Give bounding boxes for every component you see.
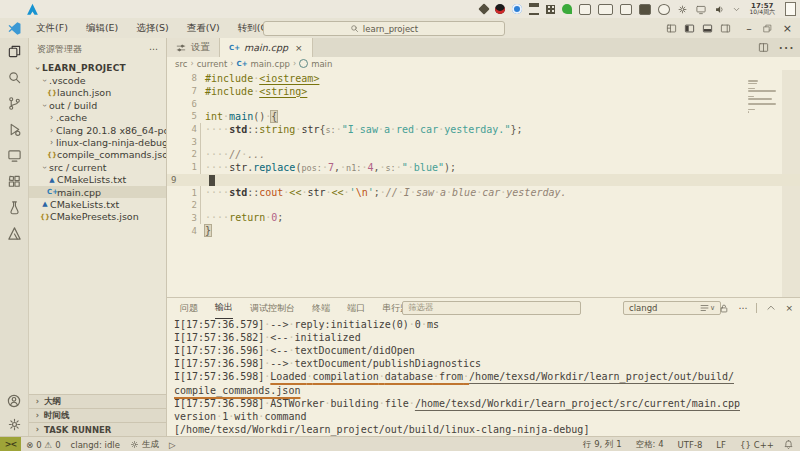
output-link[interactable]: /home/texsd/Workdir/learn_project/out/bu… bbox=[469, 371, 734, 382]
manage-gear-icon[interactable] bbox=[7, 417, 22, 432]
remote-indicator[interactable]: >< bbox=[0, 437, 21, 451]
grid-icon[interactable] bbox=[546, 5, 555, 14]
clipboard-icon[interactable] bbox=[579, 4, 591, 15]
code-line[interactable]: 2····//·... bbox=[167, 148, 800, 161]
qq-icon[interactable] bbox=[495, 4, 505, 14]
calendar-icon[interactable] bbox=[620, 4, 632, 15]
clangd-status[interactable]: clangd: idle bbox=[66, 440, 125, 450]
tree-item-cmakepresets-json[interactable]: {}CMakePresets.json bbox=[29, 211, 166, 223]
menu-view[interactable]: 查看(V) bbox=[180, 20, 227, 37]
toggle-secondary-sidebar-icon[interactable] bbox=[720, 23, 731, 34]
breadcrumb-src[interactable]: src bbox=[175, 59, 187, 69]
menu-selection[interactable]: 选择(S) bbox=[129, 20, 175, 37]
output-link[interactable]: [/home/texsd/Workdir/learn_project/out/b… bbox=[174, 424, 589, 435]
tree-item-cmakelists-txt[interactable]: ▲CMakeLists.txt bbox=[29, 198, 166, 210]
explorer-actions-icon[interactable]: ⋯ bbox=[149, 44, 158, 54]
extensions-icon[interactable] bbox=[7, 174, 22, 189]
wechat-icon[interactable] bbox=[562, 4, 572, 14]
search-sidebar-icon[interactable] bbox=[7, 70, 22, 85]
tree-item-cmakelists-txt[interactable]: ▲CMakeLists.txt bbox=[29, 174, 166, 186]
breadcrumb-file[interactable]: main.cpp bbox=[251, 59, 290, 69]
maximize-panel-icon[interactable] bbox=[766, 303, 776, 313]
battery-icon[interactable] bbox=[639, 4, 651, 15]
menu-edit[interactable]: 编辑(E) bbox=[79, 20, 125, 37]
section-timeline[interactable]: ›时间线 bbox=[29, 408, 166, 422]
code-line[interactable]: 7#include·<string> bbox=[167, 85, 800, 98]
encoding-status[interactable]: UTF-8 bbox=[673, 440, 708, 450]
tab-main-cpp[interactable]: C+ main.cpp × bbox=[220, 38, 313, 57]
accounts-icon[interactable] bbox=[6, 393, 22, 409]
eol-status[interactable]: LF bbox=[711, 440, 731, 450]
tree-item-compile-commands-json[interactable]: {}compile_commands.json bbox=[29, 149, 166, 161]
editor-actions-icon[interactable]: ⋯ bbox=[778, 38, 794, 57]
show-desktop-button[interactable] bbox=[785, 2, 796, 16]
input-method-icon[interactable] bbox=[658, 4, 670, 15]
panel-tab-terminal[interactable]: 终端 bbox=[312, 298, 330, 318]
code-line[interactable]: 3 bbox=[167, 135, 800, 148]
panel-tab-debug-console[interactable]: 调试控制台 bbox=[250, 298, 295, 318]
code-line[interactable]: 3····return·0; bbox=[167, 212, 800, 225]
code-line[interactable]: 4····std::string·str{s:·"I·saw·a·red·car… bbox=[167, 123, 800, 136]
keyboard-icon[interactable] bbox=[598, 4, 613, 15]
tree-item--vscode[interactable]: ›.vscode bbox=[29, 74, 166, 86]
indentation-status[interactable]: 空格: 4 bbox=[631, 439, 669, 451]
source-control-icon[interactable] bbox=[7, 96, 22, 111]
panel-tab-ports[interactable]: 端口 bbox=[347, 298, 365, 318]
code-line[interactable]: 1····std::cout·<<·str·<<·'\n';·//·I·saw·… bbox=[167, 186, 800, 199]
output-link[interactable]: /home/texsd/Workdir/learn_project/src/cu… bbox=[415, 398, 740, 409]
settings-tray-icon[interactable] bbox=[677, 4, 688, 15]
display-icon[interactable] bbox=[695, 4, 707, 15]
output-link[interactable]: compile_commands.json bbox=[174, 385, 300, 396]
cmake-build-button[interactable]: 生成 bbox=[125, 439, 164, 451]
tree-item-learn-project[interactable]: ›LEARN_PROJECT bbox=[29, 62, 166, 74]
explorer-icon[interactable] bbox=[7, 44, 22, 59]
close-window-button[interactable]: × bbox=[783, 22, 792, 35]
restore-button[interactable] bbox=[763, 24, 772, 33]
tree-item-main-cpp[interactable]: C+main.cpp bbox=[29, 186, 166, 198]
language-mode-status[interactable]: {}C++ bbox=[735, 440, 779, 450]
code-line[interactable]: 8#include·<iostream> bbox=[167, 72, 800, 85]
command-center-search[interactable]: learn_project bbox=[263, 21, 505, 36]
tab-settings[interactable]: 设置 bbox=[167, 38, 220, 57]
tree-item-src-current[interactable]: ›src / current bbox=[29, 161, 166, 173]
output-link[interactable]: Loaded·compilation·database·from· bbox=[270, 371, 469, 382]
code-line[interactable]: 1····str.replace(pos:·7,·n1:·4,·s:·"·blu… bbox=[167, 161, 800, 174]
code-line[interactable]: 2 bbox=[167, 199, 800, 212]
code-editor[interactable]: 8#include·<iostream>7#include·<string>65… bbox=[167, 70, 800, 299]
close-tab-icon[interactable]: × bbox=[295, 43, 303, 53]
remote-explorer-icon[interactable] bbox=[7, 148, 22, 163]
clear-output-icon[interactable] bbox=[699, 303, 710, 313]
arch-linux-logo-icon[interactable] bbox=[26, 3, 39, 16]
run-debug-icon[interactable] bbox=[7, 122, 22, 137]
code-line[interactable]: 9 bbox=[167, 174, 800, 187]
breadcrumb-current[interactable]: current bbox=[197, 59, 228, 69]
lock-scroll-icon[interactable] bbox=[719, 303, 729, 314]
code-line[interactable]: 5int·main()·{ bbox=[167, 110, 800, 123]
tree-item-launch-json[interactable]: {}launch.json bbox=[29, 87, 166, 99]
problems-status[interactable]: ⊗0 ⚠0 bbox=[21, 440, 66, 450]
section-outline[interactable]: ›大纲 bbox=[29, 394, 166, 408]
customize-layout-icon[interactable] bbox=[666, 23, 677, 34]
breadcrumb-symbol[interactable]: main bbox=[311, 59, 332, 69]
tree-item-linux-clang-ninja-debug[interactable]: ›linux-clang-ninja-debug bbox=[29, 136, 166, 148]
cursor-position-status[interactable]: 行 9, 列 1 bbox=[578, 439, 627, 451]
launcher-star-icon[interactable] bbox=[478, 3, 489, 14]
notifications-bell-icon[interactable] bbox=[783, 439, 794, 450]
split-editor-icon[interactable] bbox=[758, 42, 769, 53]
menu-file[interactable]: 文件(F) bbox=[29, 20, 75, 37]
section-task-runner[interactable]: ›TASK RUNNER bbox=[29, 422, 166, 436]
run-target-button[interactable]: ▷ bbox=[164, 440, 181, 450]
menu-list-icon[interactable] bbox=[529, 3, 539, 15]
tree-item-out-build[interactable]: ›out / build bbox=[29, 99, 166, 111]
testing-icon[interactable] bbox=[7, 200, 22, 215]
clock[interactable]: 17:57 10/4周六 bbox=[750, 3, 775, 15]
browser-icon[interactable] bbox=[512, 4, 522, 14]
toggle-primary-sidebar-icon[interactable] bbox=[684, 23, 695, 34]
chevron-down-icon[interactable] bbox=[732, 5, 741, 14]
cmake-icon[interactable] bbox=[7, 226, 22, 241]
close-panel-icon[interactable]: × bbox=[785, 303, 793, 313]
code-line[interactable]: 6 bbox=[167, 97, 800, 110]
toggle-panel-icon[interactable] bbox=[702, 23, 713, 34]
output-filter-input[interactable]: 筛选器 bbox=[402, 301, 581, 315]
code-line[interactable]: 4} bbox=[167, 224, 800, 237]
